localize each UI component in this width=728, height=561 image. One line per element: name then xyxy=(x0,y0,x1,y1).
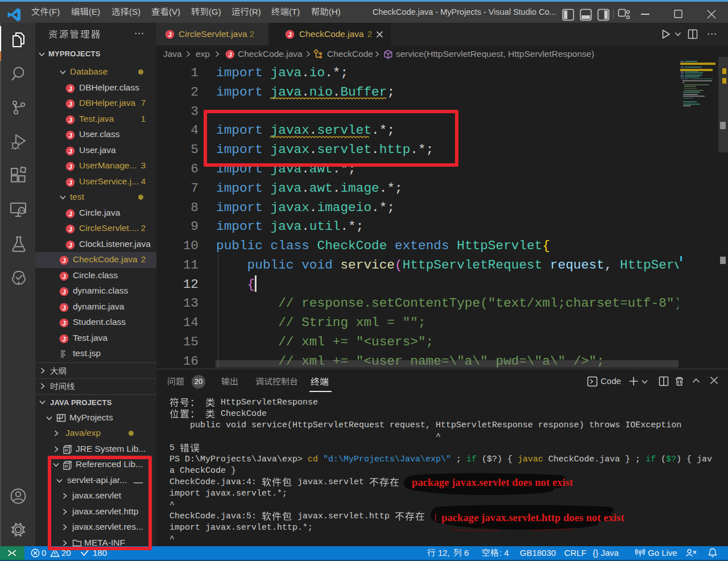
svg-text:J: J xyxy=(68,101,72,108)
svg-text:J: J xyxy=(68,163,72,170)
svg-text:J: J xyxy=(62,304,65,311)
svg-text:J: J xyxy=(68,226,72,233)
svg-text:J: J xyxy=(62,336,65,343)
svg-text:J: J xyxy=(62,320,65,327)
svg-text:J: J xyxy=(62,288,65,295)
svg-text:J: J xyxy=(68,242,72,249)
svg-text:J: J xyxy=(68,179,72,186)
svg-text:J: J xyxy=(68,117,72,123)
svg-text:J: J xyxy=(68,132,72,139)
svg-text:J: J xyxy=(68,211,72,217)
svg-text:J: J xyxy=(62,257,65,264)
svg-text:J: J xyxy=(288,31,291,38)
svg-text:J: J xyxy=(228,51,231,58)
svg-text:J: J xyxy=(168,31,171,38)
svg-text:J: J xyxy=(68,85,72,92)
svg-text:J: J xyxy=(62,273,65,280)
svg-text:J: J xyxy=(68,148,72,155)
